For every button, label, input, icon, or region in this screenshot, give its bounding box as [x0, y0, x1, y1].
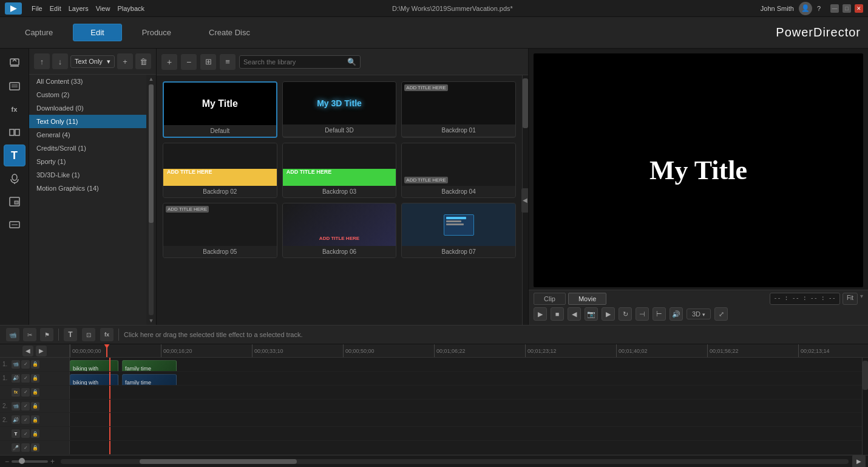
h-scrollbar[interactable]	[61, 459, 849, 464]
zoom-slider[interactable]	[12, 460, 48, 463]
timeline-vertical-scrollbar[interactable]	[862, 358, 868, 455]
tab-produce[interactable]: Produce	[124, 24, 189, 41]
list-view-btn[interactable]: ≡	[220, 54, 236, 70]
timeline-icon2[interactable]: ✂	[23, 328, 36, 341]
track-check-title[interactable]: ✓	[21, 429, 30, 438]
mark-out-btn[interactable]: ⊢	[653, 307, 666, 321]
fx-timeline-btn[interactable]: fx	[100, 328, 114, 341]
menu-edit[interactable]: Edit	[50, 5, 61, 12]
add-btn[interactable]: +	[117, 53, 133, 69]
cat-custom[interactable]: Custom (2)	[29, 88, 146, 101]
add-title-btn[interactable]: +	[161, 54, 177, 70]
track-lock-mic[interactable]: 🔒	[31, 443, 39, 452]
app-logo[interactable]: ▶	[5, 2, 22, 15]
play-btn[interactable]: ▶	[534, 307, 547, 321]
tab-createdisc[interactable]: Create Disc	[191, 24, 268, 41]
track-lock-video2[interactable]: 🔒	[31, 402, 39, 411]
threed-btn[interactable]: 3D ▾	[687, 308, 711, 319]
audio-room-btn[interactable]	[4, 168, 25, 189]
menu-file[interactable]: File	[32, 5, 42, 12]
track-lock-audio1[interactable]: 🔒	[31, 374, 39, 383]
track-lock-title[interactable]: 🔒	[31, 429, 39, 438]
track-audio-icon1[interactable]: 🔊	[12, 374, 20, 383]
pip-designer-btn[interactable]	[4, 191, 25, 213]
track-check-fx[interactable]: ✓	[21, 388, 30, 397]
title-card-backdrop01[interactable]: ADD TITLE HERE Backdrop 01	[401, 81, 516, 138]
track-fx-icon[interactable]: fx	[12, 388, 20, 397]
scroll-up-icon[interactable]: ▲	[149, 76, 154, 82]
tab-edit[interactable]: Edit	[73, 24, 121, 41]
title-card-default[interactable]: My Title Default	[163, 81, 277, 138]
scroll-down-icon[interactable]: ▼	[149, 318, 154, 324]
track-check-audio2[interactable]: ✓	[21, 415, 30, 424]
fullscreen-btn[interactable]: ⤢	[714, 307, 728, 321]
next-frame-btn[interactable]: ▶	[602, 307, 615, 321]
cat-downloaded[interactable]: Downloaded (0)	[29, 101, 146, 115]
transitions-btn[interactable]	[4, 121, 25, 143]
track-check-mic[interactable]: ✓	[21, 443, 30, 452]
volume-btn[interactable]: 🔊	[670, 307, 683, 321]
tab-capture[interactable]: Capture	[7, 24, 70, 41]
track-lock-audio2[interactable]: 🔒	[31, 415, 39, 424]
cat-textonly[interactable]: Text Only (11)	[29, 115, 146, 128]
ruler-scroll-left[interactable]: ◀	[22, 346, 33, 356]
track-lock-fx[interactable]: 🔒	[31, 388, 39, 397]
clip-biking[interactable]: biking with	[70, 360, 118, 371]
menu-playback[interactable]: Playback	[117, 5, 144, 12]
cat-3dlike[interactable]: 3D/3D-Like (1)	[29, 168, 146, 182]
cat-all[interactable]: All Content (33)	[29, 75, 146, 88]
title-card-default3d[interactable]: My 3D Title Default 3D	[282, 81, 397, 138]
ruler-scroll-right[interactable]: ▶	[36, 346, 47, 356]
track-video-icon2[interactable]: 📹	[12, 402, 20, 411]
track-title-text-icon[interactable]: T	[12, 429, 20, 438]
fit-select[interactable]: Fit	[843, 293, 858, 305]
track-audio-icon2[interactable]: 🔊	[12, 415, 20, 424]
clip-family[interactable]: family time	[122, 360, 177, 371]
help-icon[interactable]: ?	[817, 5, 821, 12]
track-check-audio1[interactable]: ✓	[21, 374, 30, 383]
grid-view-btn[interactable]: ⊞	[200, 54, 216, 70]
cat-motiongraphics[interactable]: Motion Graphics (14)	[29, 182, 146, 195]
menu-layers[interactable]: Layers	[69, 5, 89, 12]
timeline-icon3[interactable]: ⚑	[40, 328, 53, 341]
stop-btn[interactable]: ■	[551, 307, 564, 321]
category-scrollbar[interactable]: ▲ ▼	[146, 75, 156, 325]
track-lock-icon1[interactable]: 🔒	[31, 360, 39, 369]
clip-audio-family[interactable]: family time	[122, 374, 177, 385]
import-btn[interactable]: ↑	[34, 53, 50, 69]
cat-general[interactable]: General (4)	[29, 128, 146, 141]
panel-collapse-btn[interactable]: ◀	[521, 188, 528, 213]
clip-audio-biking[interactable]: biking with	[70, 374, 118, 385]
fx-btn[interactable]: fx	[4, 98, 25, 120]
title-room-btn[interactable]: T	[4, 145, 25, 166]
subtitle-room-btn[interactable]	[4, 214, 25, 236]
zoom-in-btn[interactable]: +	[50, 457, 55, 466]
prev-frame-btn[interactable]: ◀	[568, 307, 581, 321]
track-check-icon1[interactable]: ✓	[21, 360, 30, 369]
timeline-icon1[interactable]: 📹	[6, 328, 19, 341]
track-check-video2[interactable]: ✓	[21, 402, 30, 411]
title-text-btn[interactable]: T	[64, 328, 77, 341]
subtitle-btn[interactable]: ⊡	[82, 328, 95, 341]
cat-sporty[interactable]: Sporty (1)	[29, 155, 146, 168]
search-icon[interactable]: 🔍	[347, 58, 356, 66]
mark-in-btn[interactable]: ⊣	[636, 307, 649, 321]
title-card-backdrop07[interactable]: Backdrop 07	[401, 203, 516, 258]
title-card-backdrop02[interactable]: ADD TITLE HERE Backdrop 02	[163, 143, 277, 198]
cat-creditsscroll[interactable]: Credits/Scroll (1)	[29, 141, 146, 155]
title-card-backdrop04[interactable]: ADD TITLE HERE Backdrop 04	[401, 143, 516, 198]
loop-btn[interactable]: ↻	[619, 307, 632, 321]
import-media-btn[interactable]	[4, 52, 25, 74]
close-btn[interactable]: ✕	[855, 4, 863, 13]
snapshot-btn[interactable]: 📷	[585, 307, 598, 321]
menu-view[interactable]: View	[96, 5, 110, 12]
clip-tab[interactable]: Clip	[534, 293, 566, 305]
maximize-btn[interactable]: □	[843, 4, 851, 13]
track-mic-icon[interactable]: 🎤	[12, 443, 20, 452]
delete-btn[interactable]: 🗑	[135, 53, 151, 69]
minimize-btn[interactable]: —	[830, 4, 839, 13]
zoom-out-btn[interactable]: −	[5, 457, 9, 466]
title-card-backdrop03[interactable]: ADD TITLE HERE Backdrop 03	[282, 143, 397, 198]
export-btn[interactable]: ↓	[52, 53, 68, 69]
track-video-icon[interactable]: 📹	[12, 360, 20, 369]
